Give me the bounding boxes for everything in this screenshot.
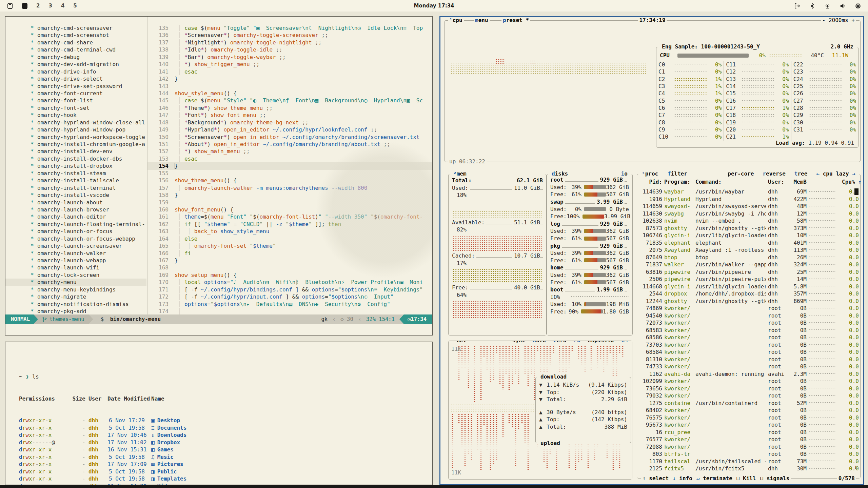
workspace-indicator-active[interactable] <box>22 3 27 9</box>
update-interval-control[interactable]: - 2000ms + <box>821 17 856 24</box>
logout-icon[interactable] <box>794 3 800 9</box>
code-line[interactable]: 140 │ *) show_trigger_menu ;; <box>147 61 432 68</box>
proc-row[interactable]: 1170tailscal/usr/sbin/tailscaled --root7… <box>637 458 860 465</box>
proc-row[interactable]: 76577kworker/root0B0.0 <box>637 436 860 443</box>
file-item[interactable]: *omarchy-drive-select <box>5 75 146 82</box>
proc-row[interactable]: 102638nvimnvim --embed .dhh58M0.0 <box>637 217 860 225</box>
reverse-tab[interactable]: reverse <box>761 170 787 178</box>
proc-row[interactable]: 79032kworker/root0B0.0 <box>637 392 860 400</box>
proc-row[interactable]: 114659swayosd-/usr/bin/swayosd-serverdhh… <box>637 203 860 210</box>
code-line[interactable]: 169show_setup_menu() { <box>147 271 432 279</box>
code-line[interactable]: 137 │ *Nightlight*) omarchy-toggle-night… <box>147 39 432 46</box>
code-line[interactable]: 139 │ *Bar*) omarchy-toggle-waybar ;; <box>147 54 432 61</box>
cpu-box-title[interactable]: ¹cpu <box>448 17 464 24</box>
code-line[interactable]: 148 │ *Background*) omarchy-theme-bg-nex… <box>147 119 432 126</box>
omarchy-logo-icon[interactable] <box>7 3 13 9</box>
code-line[interactable]: 146 │ *Theme*) show_theme_menu ;; <box>147 104 432 111</box>
file-item[interactable]: *omarchy-launch-browser <box>5 206 146 213</box>
proc-column-headers[interactable]: Pid: Program: Command: User: MemB Cpu% ↑ <box>637 178 860 186</box>
proc-scroll-down-indicator[interactable]: ↓ <box>854 464 857 470</box>
per-core-tab[interactable]: per-core <box>726 170 755 178</box>
code-line[interactable]: 151 │ *About*) open_in_editor ~/.config/… <box>147 141 432 148</box>
file-item[interactable]: *omarchy-install-docker-dbs <box>5 155 146 162</box>
proc-row[interactable]: 94540kworker/root0B0.0 <box>637 312 860 320</box>
code-line[interactable]: 145 │ case $(menu "Style" "◐ Theme\nƒ Fo… <box>147 97 432 104</box>
code-line[interactable]: 161 │ theme=$(menu "Font" "$(omarchy-fon… <box>147 213 432 220</box>
file-item[interactable]: *omarchy-pkg-add <box>5 308 146 315</box>
code-line[interactable]: 174 │ <box>147 308 432 315</box>
file-item[interactable]: *omarchy-menu <box>5 279 146 286</box>
proc-row[interactable]: 87573ghostty/usr/bin/ghostty --gtk-dhh37… <box>637 225 860 232</box>
file-item[interactable]: *omarchy-install-dropbox <box>5 162 146 169</box>
code-line[interactable]: 158} <box>147 191 432 199</box>
code-line[interactable]: 141 │ esac <box>147 68 432 75</box>
menu-button[interactable]: menu <box>474 17 490 24</box>
code-line[interactable]: 143 <box>147 83 432 90</box>
tree-tab[interactable]: tree <box>793 170 809 178</box>
file-item[interactable]: *omarchy-install-chromium-google-a <box>5 141 146 148</box>
proc-row[interactable]: 68402kworker/root0B0.0 <box>637 407 860 414</box>
file-item[interactable]: *omarchy-launch-wifi <box>5 264 146 271</box>
file-item[interactable]: *omarchy-launch-editor <box>5 213 146 220</box>
proc-box-title[interactable]: ⁴proc <box>640 170 659 178</box>
proc-row[interactable]: 102099kworker/root0B0.0 <box>637 378 860 385</box>
file-item[interactable]: *omarchy-cmd-terminal-cwd <box>5 46 146 53</box>
code-line[interactable]: 144show_style_menu() { <box>147 90 432 97</box>
network-box-title[interactable]: ³net <box>452 341 468 344</box>
proc-row[interactable]: 2506pipewire/usr/bin/pipewire-pulsedhh14… <box>637 276 860 283</box>
proc-row[interactable]: 81310kworker/root0B0.0 <box>637 356 860 363</box>
proc-row[interactable]: 1162avahi-daavahi-daemon: running [avahi… <box>637 370 860 378</box>
proc-footer-keys[interactable]: ↑ select↓ info↵ terminate⊔ Kill⊔ signals <box>641 475 791 482</box>
proc-row[interactable]: 68583kworker/root0B0.0 <box>637 327 860 334</box>
proc-row[interactable]: 68586kworker/root0B0.0 <box>637 334 860 341</box>
filter-button[interactable]: filter <box>666 170 689 178</box>
file-item[interactable]: *omarchy-font-list <box>5 97 146 104</box>
proc-row[interactable]: 87649btopbtopdhh26M0.0 <box>637 254 860 261</box>
file-item[interactable]: *omarchy-migrate <box>5 293 146 300</box>
code-line[interactable]: 166 │ fi <box>147 250 432 257</box>
code-line[interactable]: 173 │ options="$options\n▸ Defaults\n▤ D… <box>147 301 432 308</box>
code-line[interactable]: 164 │ else <box>147 235 432 242</box>
proc-row[interactable]: 73703kworker/root0B0.0 <box>637 341 860 349</box>
file-item[interactable]: *omarchy-launch-webapp <box>5 257 146 264</box>
proc-row[interactable]: 2544dropbox/home/dhh/.dropbox-distdhh357… <box>637 290 860 298</box>
code-line[interactable]: 168 <box>147 264 432 271</box>
code-line[interactable]: 147 │ *Font*) show_font_menu ;; <box>147 111 432 119</box>
workspace-indicator[interactable]: 2 <box>36 3 40 9</box>
proc-row[interactable]: 1275containe/usr/bin/containerdroot52M0.… <box>637 400 860 407</box>
volume-icon[interactable] <box>840 3 846 9</box>
code-line[interactable]: 136 │ *Screensaver*) omarchy-toggle-scre… <box>147 32 432 39</box>
file-item[interactable]: *omarchy-font-set <box>5 104 146 111</box>
file-item[interactable]: *omarchy-debug <box>5 54 146 61</box>
footer-key-info[interactable]: ↓ info <box>673 475 692 482</box>
network-broadcast-icon[interactable] <box>824 3 831 9</box>
git-branch-section[interactable]: themes-menu <box>34 314 93 324</box>
file-list-pane[interactable]: *omarchy-cmd-screensaver*omarchy-cmd-scr… <box>5 24 146 315</box>
code-line[interactable]: 170 │ local options="♪ Audio\n≋ Wifi\nᛒ … <box>147 279 432 286</box>
file-item[interactable]: *omarchy-cmd-screenshot <box>5 32 146 39</box>
net-next-iface-button[interactable]: n→ <box>620 341 629 344</box>
footer-key-signals[interactable]: ⊔ signals <box>760 475 790 482</box>
net-prev-iface-button[interactable]: ←b <box>572 341 581 344</box>
terminal-window[interactable]: ~ ❯ ls Permissions Size User Date Modifi… <box>5 342 433 485</box>
proc-row[interactable]: 2125fcitx5/usr/bin/fcitx5dhh30M0.0 <box>637 465 860 472</box>
code-line[interactable]: 160show_font_menu() { <box>147 206 432 213</box>
proc-row[interactable]: 114668glycin-i/usr/lib/glycin-loadersdhh… <box>637 283 860 290</box>
file-item[interactable]: *omarchy-notification-dismiss <box>5 301 146 308</box>
file-item[interactable]: *omarchy-install-dev-env <box>5 148 146 155</box>
net-zero-tab[interactable]: zero <box>552 341 568 344</box>
file-item[interactable]: *omarchy-cmd-share <box>5 39 146 46</box>
proc-row[interactable]: 803btrfs-trroot0B0.0 <box>637 450 860 458</box>
code-line[interactable]: 155 <box>147 170 432 177</box>
file-item[interactable]: *omarchy-launch-or-focus <box>5 228 146 235</box>
proc-row[interactable]: 114630swaybg/usr/bin/swaybg -i /homdhh12… <box>637 210 860 218</box>
footer-key-Kill[interactable]: ⊔ Kill <box>736 475 756 482</box>
proc-row[interactable]: 106746glycin-i/usr/lib/glycin-loadersdhh… <box>637 232 860 239</box>
editor-window[interactable]: *omarchy-cmd-screensaver*omarchy-cmd-scr… <box>5 16 433 336</box>
proc-row[interactable]: 74869kworker/root0B0.0 <box>637 305 860 312</box>
proc-scrollbar-thumb[interactable] <box>854 188 859 195</box>
code-line[interactable]: 157 │ omarchy-launch-walker -m menus:oma… <box>147 184 432 191</box>
file-item[interactable]: *omarchy-hook <box>5 111 146 119</box>
code-line[interactable]: 156show_theme_menu() { <box>147 177 432 184</box>
file-item[interactable]: *omarchy-install-steam <box>5 170 146 177</box>
